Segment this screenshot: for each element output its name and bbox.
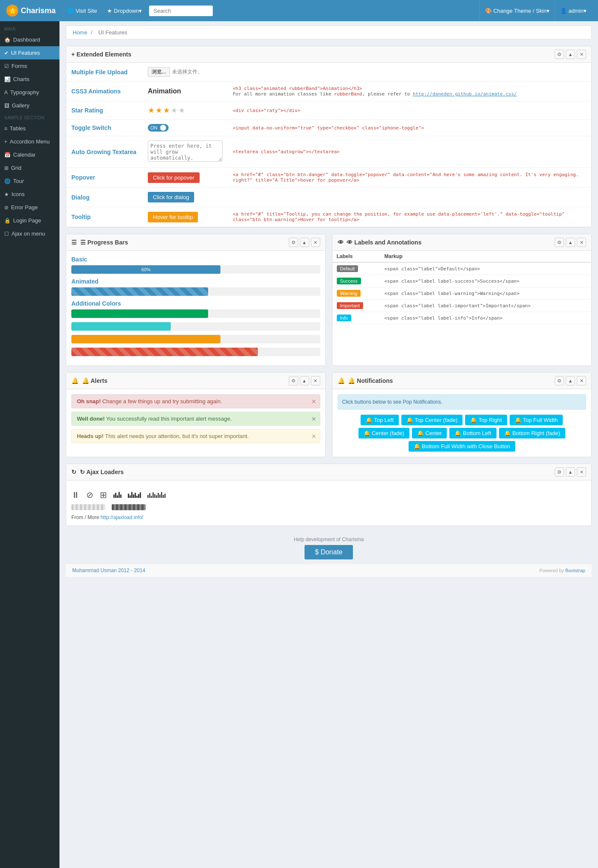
sidebar-item-gallery[interactable]: 🖼 Gallery — [0, 99, 59, 112]
sidebar-item-ui-features[interactable]: ✔ UI Features — [0, 46, 59, 59]
mbar — [138, 494, 139, 498]
pb-close-btn[interactable]: ✕ — [311, 238, 320, 247]
sidebar-item-login[interactable]: 🔒 Login Page — [0, 214, 59, 227]
al-collapse-btn[interactable]: ▲ — [300, 376, 309, 385]
star-2[interactable]: ★ — [155, 106, 162, 115]
lb-close-btn[interactable]: ✕ — [577, 238, 586, 247]
collapse-btn[interactable]: ▲ — [566, 50, 575, 59]
alert-danger: Oh snap! Change a few things up and try … — [71, 394, 320, 408]
autogrow-textarea[interactable] — [148, 140, 223, 162]
lock-icon: 🔒 — [4, 218, 11, 224]
search-input[interactable] — [149, 6, 213, 16]
notifications-body: Click buttons below to see Pop Notificat… — [333, 389, 592, 457]
sidebar-item-typography[interactable]: A Typography — [0, 86, 59, 99]
list-item: Success <span class="label label-success… — [333, 275, 592, 287]
progress-bars-header: ☰ ☰ Progress Bars ⚙ ▲ ✕ — [66, 234, 325, 251]
center-btn[interactable]: 🔔 Center — [412, 428, 447, 438]
no-collapse-btn[interactable]: ▲ — [566, 376, 575, 385]
sidebar-ui-label: UI Features — [11, 50, 40, 56]
aj-close-btn[interactable]: ✕ — [577, 467, 586, 477]
bar-4 — [118, 492, 120, 498]
admin-menu[interactable]: 👤 admin ▾ — [555, 0, 592, 21]
sidebar-item-ajax-menu[interactable]: ☐ Ajax on menu — [0, 227, 59, 240]
sidebar-item-icons[interactable]: ★ Icons — [0, 188, 59, 201]
sidebar-item-accordion[interactable]: + Accordion Menu — [0, 135, 59, 148]
animate-css-link[interactable]: http://daneden.github.io/animate.css/ — [413, 91, 517, 97]
sidebar-item-charts[interactable]: 📊 Charts — [0, 73, 59, 86]
star-4[interactable]: ★ — [171, 106, 178, 115]
alert-danger-close[interactable]: ✕ — [311, 398, 316, 405]
sidebar-item-tables[interactable]: ≡ Tables — [0, 122, 59, 135]
bottom-left-btn[interactable]: 🔔 Bottom Left — [449, 428, 496, 438]
close-btn[interactable]: ✕ — [577, 50, 586, 59]
dropdown-menu[interactable]: ★ Dropdown ▾ — [102, 0, 147, 21]
change-theme-btn[interactable]: 🎨 Change Theme / Skin ▾ — [480, 0, 555, 21]
brand-logo[interactable]: 🌟 Charisma — [6, 5, 56, 17]
table-row: Auto Growing Textarea <textarea class="a… — [66, 136, 591, 168]
list-item: Warning <span class="label label-warning… — [333, 287, 592, 300]
lb-collapse-btn[interactable]: ▲ — [566, 238, 575, 247]
mbar — [140, 492, 141, 498]
bar-3 — [117, 495, 118, 498]
no-settings-btn[interactable]: ⚙ — [555, 376, 564, 385]
donate-button[interactable]: $ Donate — [305, 545, 353, 559]
aj-settings-btn[interactable]: ⚙ — [555, 467, 564, 477]
bootstrap-link[interactable]: Bootstrap — [565, 568, 585, 573]
top-center-btn[interactable]: 🔔 Top Center (fade) — [401, 415, 463, 425]
pb-collapse-btn[interactable]: ▲ — [300, 238, 309, 247]
sidebar-item-error[interactable]: ⊘ Error Page — [0, 201, 59, 214]
aj-collapse-btn[interactable]: ▲ — [566, 467, 575, 477]
notif-icon: 🔔 — [338, 377, 345, 384]
footer-author-link[interactable]: Muhammad Usman 2012 - 2014 — [72, 567, 145, 573]
main-section-label: MAIN — [0, 23, 59, 33]
alert-warning-close[interactable]: ✕ — [311, 433, 316, 440]
more-bars-loader — [147, 492, 166, 498]
breadcrumb-home[interactable]: Home — [73, 29, 87, 36]
bottom-right-fade-btn[interactable]: 🔔 Bottom Right (fade) — [499, 428, 565, 438]
no-close-btn[interactable]: ✕ — [577, 376, 586, 385]
loaders-row-2 — [71, 504, 586, 514]
sidebar-ajax-menu-label: Ajax on menu — [11, 230, 45, 237]
visit-site-link[interactable]: 🌐 Visit Site — [62, 0, 102, 21]
popover-button[interactable]: Click for popover — [148, 172, 200, 183]
xbar — [158, 493, 159, 498]
labels-header: 👁 👁 Labels and Annotations ⚙ ▲ ✕ — [333, 234, 592, 251]
tooltip-button[interactable]: Hover for tooltip — [148, 212, 198, 222]
sidebar-item-calendar[interactable]: 📅 Calendar — [0, 148, 59, 161]
ajaxload-link[interactable]: http://ajaxload.info/ — [101, 514, 144, 520]
alert-success-close[interactable]: ✕ — [311, 416, 316, 422]
al-settings-btn[interactable]: ⚙ — [289, 376, 298, 385]
top-left-btn[interactable]: 🔔 Top Left — [361, 415, 399, 425]
star-rating[interactable]: ★ ★ ★ ★ ★ — [148, 106, 223, 115]
sidebar-item-dashboard[interactable]: 🏠 Dashboard — [0, 33, 59, 46]
settings-btn[interactable]: ⚙ — [555, 50, 564, 59]
row-code: <h3 class="animated rubberBand">Animatio… — [228, 81, 591, 101]
refresh-icon: ↻ — [71, 469, 76, 475]
center-fade-btn[interactable]: 🔔 Center (fade) — [358, 428, 409, 438]
pb-settings-btn[interactable]: ⚙ — [289, 238, 298, 247]
browse-button[interactable]: 浏览... — [148, 67, 170, 77]
sidebar-item-tour[interactable]: 🌐 Tour — [0, 174, 59, 188]
many-bars-loader — [128, 492, 141, 498]
theme-caret: ▾ — [547, 8, 550, 14]
top-right-btn[interactable]: 🔔 Top Right — [465, 415, 507, 425]
home-icon: 🏠 — [4, 37, 11, 43]
sidebar-item-grid[interactable]: ⊞ Grid — [0, 161, 59, 174]
chart-icon: 📊 — [4, 76, 11, 82]
info-badge: Info — [337, 315, 351, 321]
dialog-button[interactable]: Click for dialog — [148, 192, 194, 202]
checkbox-icon: ☐ — [4, 231, 9, 237]
star-5[interactable]: ★ — [178, 106, 185, 115]
lb-settings-btn[interactable]: ⚙ — [555, 238, 564, 247]
xbar — [147, 495, 149, 498]
bottom-full-width-close-btn[interactable]: 🔔 Bottom Full Width with Close Button — [409, 441, 515, 452]
toggle-switch[interactable]: ON — [148, 124, 169, 132]
star-1[interactable]: ★ — [148, 106, 155, 115]
star-3[interactable]: ★ — [163, 106, 170, 115]
top-full-width-btn[interactable]: 🔔 Top Full Width — [510, 415, 563, 425]
al-close-btn[interactable]: ✕ — [311, 376, 320, 385]
sidebar-item-forms[interactable]: ☑ Forms — [0, 59, 59, 73]
labels-tools: ⚙ ▲ ✕ — [555, 238, 586, 247]
type-icon: A — [4, 90, 8, 96]
sidebar-dashboard-label: Dashboard — [13, 37, 40, 43]
